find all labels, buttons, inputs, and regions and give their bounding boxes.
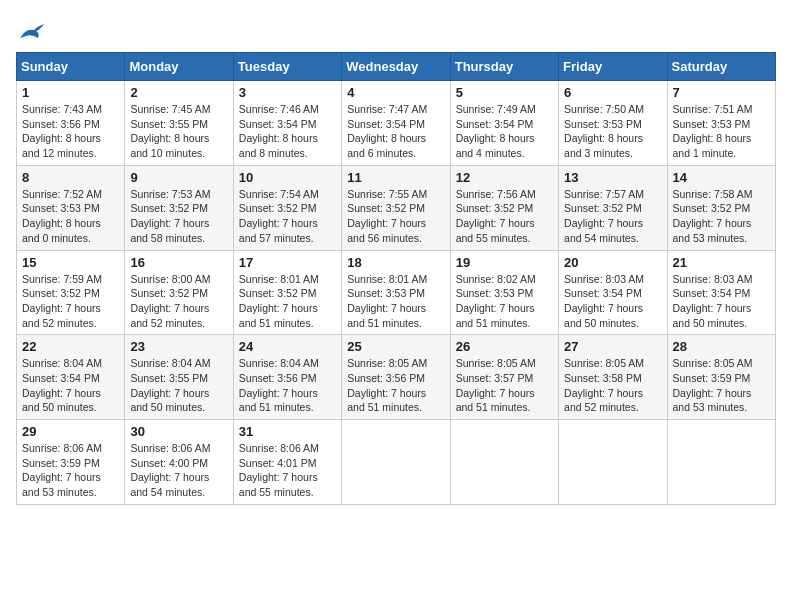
day-number: 2 <box>130 85 227 100</box>
calendar-day-16: 16Sunrise: 8:00 AMSunset: 3:52 PMDayligh… <box>125 250 233 335</box>
day-detail: Sunrise: 7:47 AMSunset: 3:54 PMDaylight:… <box>347 102 444 161</box>
day-detail: Sunrise: 8:01 AMSunset: 3:52 PMDaylight:… <box>239 272 336 331</box>
calendar-day-30: 30Sunrise: 8:06 AMSunset: 4:00 PMDayligh… <box>125 420 233 505</box>
calendar-day-2: 2Sunrise: 7:45 AMSunset: 3:55 PMDaylight… <box>125 81 233 166</box>
day-number: 23 <box>130 339 227 354</box>
calendar-day-31: 31Sunrise: 8:06 AMSunset: 4:01 PMDayligh… <box>233 420 341 505</box>
day-number: 17 <box>239 255 336 270</box>
day-number: 28 <box>673 339 770 354</box>
logo <box>16 20 46 44</box>
day-number: 15 <box>22 255 119 270</box>
calendar-week-2: 8Sunrise: 7:52 AMSunset: 3:53 PMDaylight… <box>17 165 776 250</box>
day-number: 4 <box>347 85 444 100</box>
day-detail: Sunrise: 7:52 AMSunset: 3:53 PMDaylight:… <box>22 187 119 246</box>
day-detail: Sunrise: 7:58 AMSunset: 3:52 PMDaylight:… <box>673 187 770 246</box>
calendar-day-13: 13Sunrise: 7:57 AMSunset: 3:52 PMDayligh… <box>559 165 667 250</box>
day-detail: Sunrise: 8:00 AMSunset: 3:52 PMDaylight:… <box>130 272 227 331</box>
day-number: 27 <box>564 339 661 354</box>
weekday-header-monday: Monday <box>125 53 233 81</box>
calendar-week-3: 15Sunrise: 7:59 AMSunset: 3:52 PMDayligh… <box>17 250 776 335</box>
day-detail: Sunrise: 7:54 AMSunset: 3:52 PMDaylight:… <box>239 187 336 246</box>
calendar-day-27: 27Sunrise: 8:05 AMSunset: 3:58 PMDayligh… <box>559 335 667 420</box>
day-detail: Sunrise: 8:05 AMSunset: 3:58 PMDaylight:… <box>564 356 661 415</box>
empty-cell <box>450 420 558 505</box>
day-detail: Sunrise: 8:04 AMSunset: 3:54 PMDaylight:… <box>22 356 119 415</box>
calendar-day-11: 11Sunrise: 7:55 AMSunset: 3:52 PMDayligh… <box>342 165 450 250</box>
day-detail: Sunrise: 7:57 AMSunset: 3:52 PMDaylight:… <box>564 187 661 246</box>
weekday-header-tuesday: Tuesday <box>233 53 341 81</box>
day-detail: Sunrise: 7:50 AMSunset: 3:53 PMDaylight:… <box>564 102 661 161</box>
calendar-day-17: 17Sunrise: 8:01 AMSunset: 3:52 PMDayligh… <box>233 250 341 335</box>
weekday-header-sunday: Sunday <box>17 53 125 81</box>
header-area <box>16 16 776 44</box>
day-detail: Sunrise: 8:02 AMSunset: 3:53 PMDaylight:… <box>456 272 553 331</box>
day-number: 1 <box>22 85 119 100</box>
empty-cell <box>342 420 450 505</box>
calendar-day-24: 24Sunrise: 8:04 AMSunset: 3:56 PMDayligh… <box>233 335 341 420</box>
calendar-day-28: 28Sunrise: 8:05 AMSunset: 3:59 PMDayligh… <box>667 335 775 420</box>
day-number: 22 <box>22 339 119 354</box>
day-detail: Sunrise: 8:03 AMSunset: 3:54 PMDaylight:… <box>564 272 661 331</box>
day-number: 13 <box>564 170 661 185</box>
day-detail: Sunrise: 8:05 AMSunset: 3:57 PMDaylight:… <box>456 356 553 415</box>
calendar-day-21: 21Sunrise: 8:03 AMSunset: 3:54 PMDayligh… <box>667 250 775 335</box>
weekday-header-wednesday: Wednesday <box>342 53 450 81</box>
day-number: 6 <box>564 85 661 100</box>
calendar-day-7: 7Sunrise: 7:51 AMSunset: 3:53 PMDaylight… <box>667 81 775 166</box>
calendar-week-1: 1Sunrise: 7:43 AMSunset: 3:56 PMDaylight… <box>17 81 776 166</box>
day-number: 20 <box>564 255 661 270</box>
calendar-day-23: 23Sunrise: 8:04 AMSunset: 3:55 PMDayligh… <box>125 335 233 420</box>
calendar-day-9: 9Sunrise: 7:53 AMSunset: 3:52 PMDaylight… <box>125 165 233 250</box>
day-number: 24 <box>239 339 336 354</box>
day-detail: Sunrise: 8:06 AMSunset: 4:00 PMDaylight:… <box>130 441 227 500</box>
day-number: 26 <box>456 339 553 354</box>
day-detail: Sunrise: 8:06 AMSunset: 4:01 PMDaylight:… <box>239 441 336 500</box>
calendar-day-25: 25Sunrise: 8:05 AMSunset: 3:56 PMDayligh… <box>342 335 450 420</box>
day-number: 31 <box>239 424 336 439</box>
day-detail: Sunrise: 8:01 AMSunset: 3:53 PMDaylight:… <box>347 272 444 331</box>
day-number: 21 <box>673 255 770 270</box>
calendar-day-14: 14Sunrise: 7:58 AMSunset: 3:52 PMDayligh… <box>667 165 775 250</box>
day-number: 18 <box>347 255 444 270</box>
calendar-day-29: 29Sunrise: 8:06 AMSunset: 3:59 PMDayligh… <box>17 420 125 505</box>
calendar-header-row: SundayMondayTuesdayWednesdayThursdayFrid… <box>17 53 776 81</box>
day-detail: Sunrise: 7:59 AMSunset: 3:52 PMDaylight:… <box>22 272 119 331</box>
calendar-day-10: 10Sunrise: 7:54 AMSunset: 3:52 PMDayligh… <box>233 165 341 250</box>
day-detail: Sunrise: 8:06 AMSunset: 3:59 PMDaylight:… <box>22 441 119 500</box>
logo-bird-icon <box>18 20 46 44</box>
day-number: 7 <box>673 85 770 100</box>
calendar-day-18: 18Sunrise: 8:01 AMSunset: 3:53 PMDayligh… <box>342 250 450 335</box>
day-detail: Sunrise: 8:05 AMSunset: 3:59 PMDaylight:… <box>673 356 770 415</box>
weekday-header-friday: Friday <box>559 53 667 81</box>
calendar-table: SundayMondayTuesdayWednesdayThursdayFrid… <box>16 52 776 505</box>
calendar-day-6: 6Sunrise: 7:50 AMSunset: 3:53 PMDaylight… <box>559 81 667 166</box>
calendar-day-8: 8Sunrise: 7:52 AMSunset: 3:53 PMDaylight… <box>17 165 125 250</box>
day-number: 30 <box>130 424 227 439</box>
day-detail: Sunrise: 8:04 AMSunset: 3:56 PMDaylight:… <box>239 356 336 415</box>
day-detail: Sunrise: 7:46 AMSunset: 3:54 PMDaylight:… <box>239 102 336 161</box>
day-number: 3 <box>239 85 336 100</box>
day-number: 12 <box>456 170 553 185</box>
day-detail: Sunrise: 7:45 AMSunset: 3:55 PMDaylight:… <box>130 102 227 161</box>
calendar-day-4: 4Sunrise: 7:47 AMSunset: 3:54 PMDaylight… <box>342 81 450 166</box>
day-number: 9 <box>130 170 227 185</box>
day-number: 25 <box>347 339 444 354</box>
day-number: 10 <box>239 170 336 185</box>
day-detail: Sunrise: 8:03 AMSunset: 3:54 PMDaylight:… <box>673 272 770 331</box>
day-number: 8 <box>22 170 119 185</box>
calendar-day-20: 20Sunrise: 8:03 AMSunset: 3:54 PMDayligh… <box>559 250 667 335</box>
day-number: 11 <box>347 170 444 185</box>
day-detail: Sunrise: 7:43 AMSunset: 3:56 PMDaylight:… <box>22 102 119 161</box>
calendar-day-3: 3Sunrise: 7:46 AMSunset: 3:54 PMDaylight… <box>233 81 341 166</box>
day-number: 14 <box>673 170 770 185</box>
day-number: 19 <box>456 255 553 270</box>
calendar-day-26: 26Sunrise: 8:05 AMSunset: 3:57 PMDayligh… <box>450 335 558 420</box>
calendar-week-4: 22Sunrise: 8:04 AMSunset: 3:54 PMDayligh… <box>17 335 776 420</box>
day-number: 5 <box>456 85 553 100</box>
calendar-day-15: 15Sunrise: 7:59 AMSunset: 3:52 PMDayligh… <box>17 250 125 335</box>
weekday-header-thursday: Thursday <box>450 53 558 81</box>
calendar-day-5: 5Sunrise: 7:49 AMSunset: 3:54 PMDaylight… <box>450 81 558 166</box>
calendar-day-1: 1Sunrise: 7:43 AMSunset: 3:56 PMDaylight… <box>17 81 125 166</box>
day-detail: Sunrise: 7:55 AMSunset: 3:52 PMDaylight:… <box>347 187 444 246</box>
calendar-day-19: 19Sunrise: 8:02 AMSunset: 3:53 PMDayligh… <box>450 250 558 335</box>
